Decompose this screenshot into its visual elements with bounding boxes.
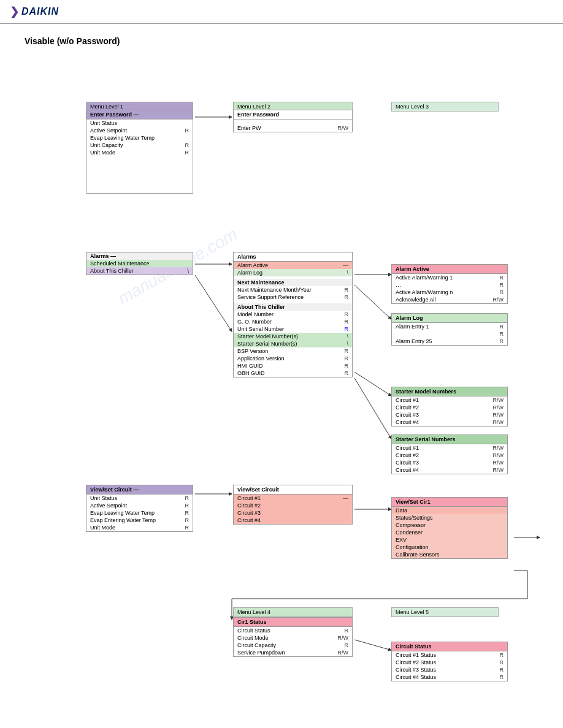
status-settings-row: Status/Settings <box>392 514 507 521</box>
circuit-mode-row: Circuit ModeR/W <box>234 634 352 642</box>
active-alarm-dots: …R <box>392 281 507 289</box>
enterpw-header: Enter Password <box>234 110 352 119</box>
page-header: ❯ DAIKIN <box>0 0 563 24</box>
service-support-row: Service Support ReferenceR <box>234 294 352 301</box>
menu-box-starter-serial-level3: Starter Serial Numbers Circuit #1R/W Cir… <box>391 434 508 474</box>
viewset-l2-header: View/Set Circuit <box>234 485 352 495</box>
ss-circuit3: Circuit #3R/W <box>392 459 507 466</box>
hmi-guid-row: HMI GUIDR <box>234 362 352 370</box>
enter-password-header: Enter Password — <box>86 110 193 119</box>
svg-line-4 <box>354 285 391 319</box>
vs-evap-leaving-row: Evap Leaving Water TempR <box>86 509 193 517</box>
menu-box-enterpw-level2: Enter Password Enter PWR/W <box>233 110 353 132</box>
vs-unit-status-row: Unit StatusR <box>86 495 193 502</box>
alarm-active-l3-header: Alarm Active <box>392 265 507 274</box>
active-alarm-warningn: Active Alarm/Warning nR <box>392 289 507 296</box>
menu-box-cir1-status-level4: Cir1 Status Circuit StatusR Circuit Mode… <box>233 617 353 657</box>
about-chiller-row: About This Chiller\ <box>86 267 193 275</box>
enterpw-row: Enter PWR/W <box>234 124 352 132</box>
alarms-level2-header: Alarms <box>234 252 352 262</box>
menu-box-level1-top: Enter Password — Unit Status Active Setp… <box>86 110 193 194</box>
alarm-entry1: Alarm Entry 1R <box>392 323 507 330</box>
col-header-level4: Menu Level 4 <box>233 607 353 617</box>
configuration-row: Configuration <box>392 544 507 551</box>
ss-circuit2: Circuit #2R/W <box>392 452 507 459</box>
sm-circuit1: Circuit #1R/W <box>392 396 507 404</box>
about-chiller-l2-header: About This Chiller <box>234 303 352 311</box>
cir1-status-row: Circuit #1 StatusR <box>392 651 507 659</box>
vs-active-setpoint-row: Active SetpointR <box>86 502 193 509</box>
menu-box-starter-model-level3: Starter Model Numbers Circuit #1R/W Circ… <box>391 387 508 427</box>
condenser-row: Condenser <box>392 529 507 536</box>
starter-serial-row: Starter Serial Number(s)\ <box>234 340 352 347</box>
circuit2-row: Circuit #2 <box>234 502 352 509</box>
logo-chevron: ❯ <box>10 5 19 18</box>
menu-box-viewset-cir1-level3: View/Set Cir1 Data Status/Settings Compr… <box>391 497 508 559</box>
viewset-cir1-header: View/Set Cir1 <box>392 498 507 507</box>
scheduled-maintenance-row: Scheduled Maintenance <box>86 260 193 267</box>
alarms-row: Alarms — <box>86 252 193 260</box>
evap-leaving-row: Evap Leaving Water Temp <box>86 134 193 142</box>
obh-guid-row: OBH GUIDR <box>234 370 352 377</box>
sm-circuit2: Circuit #2R/W <box>392 404 507 411</box>
svg-line-2 <box>195 275 232 332</box>
svg-line-5 <box>354 372 391 396</box>
acknowledge-all-row: Acknowledge AllR/W <box>392 296 507 303</box>
vs-unit-mode-row: Unit ModeR <box>86 524 193 531</box>
svg-line-10 <box>354 640 391 650</box>
ss-circuit4: Circuit #4R/W <box>392 466 507 474</box>
menu-box-alarm-log-level3: Alarm Log Alarm Entry 1R R Alarm Entry 2… <box>391 313 508 346</box>
bsp-version-row: BSP VersionR <box>234 347 352 355</box>
app-version-row: Application VersionR <box>234 355 352 362</box>
alarm-entry-blank: R <box>392 330 507 338</box>
logo-text: DAIKIN <box>21 6 59 17</box>
service-pumpdown-row: Service PumpdownR/W <box>234 649 352 656</box>
menu-box-viewset-level1: View/Set Circuit — Unit StatusR Active S… <box>86 485 193 532</box>
unit-capacity-row: Unit CapacityR <box>86 142 193 149</box>
starter-serial-l3-header: Starter Serial Numbers <box>392 435 507 444</box>
menu-diagram: Menu Level 1 Menu Level 2 Menu Level 3 E… <box>25 56 552 728</box>
unit-mode-row: Unit ModeR <box>86 149 193 156</box>
daikin-logo: ❯ DAIKIN <box>10 5 59 18</box>
starter-model-l3-header: Starter Model Numbers <box>392 387 507 396</box>
page-title: Visable (w/o Password) <box>25 36 538 46</box>
alarm-entry25: Alarm Entry 25R <box>392 338 507 345</box>
unit-status-row: Unit Status <box>86 119 193 127</box>
next-maint-header: Next Maintenance <box>234 279 352 286</box>
active-alarm-warning1: Active Alarm/Warning 1R <box>392 274 507 281</box>
compressor-row: Compressor <box>392 521 507 529</box>
next-maint-month-row: Next Maintenance Month/YearR <box>234 286 352 294</box>
sm-circuit4: Circuit #4R/W <box>392 419 507 426</box>
circuit-status-row: Circuit StatusR <box>234 627 352 634</box>
circuit3-row: Circuit #3 <box>234 509 352 517</box>
circuit-capacity-row: Circuit CapacityR <box>234 642 352 649</box>
col-header-level5: Menu Level 5 <box>391 607 499 617</box>
calibrate-sensors-row: Calibrate Sensors <box>392 551 507 558</box>
starter-model-row: Starter Model Number(s)\ <box>234 333 352 340</box>
svg-line-6 <box>354 378 391 439</box>
alarm-log-row: Alarm Log\ <box>234 269 352 276</box>
alarm-log-l3-header: Alarm Log <box>392 314 507 323</box>
menu-box-alarm-active-level3: Alarm Active Active Alarm/Warning 1R …R … <box>391 264 508 304</box>
viewset-header: View/Set Circuit — <box>86 485 193 495</box>
menu-box-viewset-level2: View/Set Circuit Circuit #1— Circuit #2 … <box>233 485 353 525</box>
circuit1-row: Circuit #1— <box>234 495 352 502</box>
go-number-row: G. O. NumberR <box>234 318 352 325</box>
sm-circuit3: Circuit #3R/W <box>392 411 507 419</box>
exv-row: EXV <box>392 536 507 544</box>
data-row: Data <box>392 507 507 514</box>
cir1-status-header: Cir1 Status <box>234 618 352 627</box>
model-number-row: Model NumberR <box>234 311 352 318</box>
unit-serial-row: Unit Serial NumberR <box>234 325 352 333</box>
active-setpoint-row: Active SetpointR <box>86 127 193 134</box>
menu-box-circuit-status-level5: Circuit Status Circuit #1 StatusR Circui… <box>391 642 508 681</box>
vs-evap-entering-row: Evap Entering Water TempR <box>86 517 193 524</box>
menu-box-level1-bottom: Alarms — Scheduled Maintenance About Thi… <box>86 252 193 275</box>
ss-circuit1: Circuit #1R/W <box>392 444 507 452</box>
menu-box-alarms-level2: Alarms Alarm Active— Alarm Log\ Next Mai… <box>233 252 353 377</box>
circuit-status-l5-header: Circuit Status <box>392 642 507 651</box>
main-content: manualshine.com Visable (w/o Password) <box>0 24 563 728</box>
cir2-status-row: Circuit #2 StatusR <box>392 659 507 666</box>
alarm-active-row: Alarm Active— <box>234 262 352 269</box>
col-header-level3: Menu Level 3 <box>391 102 499 112</box>
